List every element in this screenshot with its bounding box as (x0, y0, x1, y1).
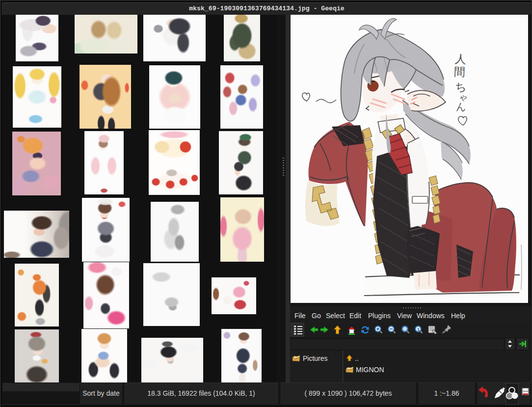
svg-text:1: 1 (417, 327, 420, 332)
svg-text:人: 人 (454, 52, 467, 66)
svg-text:ち: ち (455, 81, 467, 93)
svg-text:ん: ん (456, 101, 466, 112)
svg-text:ゃ: ゃ (459, 92, 468, 102)
svg-text:間: 間 (454, 65, 466, 79)
